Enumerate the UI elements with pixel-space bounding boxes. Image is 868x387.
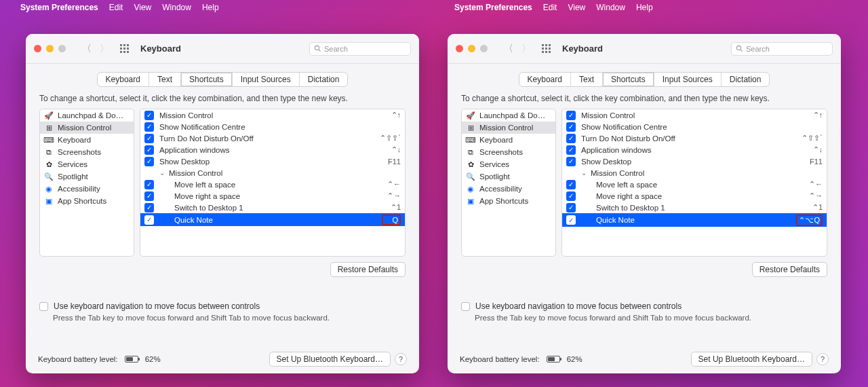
shortcut-list[interactable]: ✓Mission Control⌃↑ ✓Show Notification Ce…: [561, 109, 827, 257]
menu-view[interactable]: View: [568, 3, 585, 12]
shortcut-row[interactable]: ✓Mission Control⌃↑: [562, 109, 827, 121]
menu-edit[interactable]: Edit: [109, 3, 123, 12]
checkbox-icon[interactable]: ✓: [566, 157, 576, 166]
chevron-down-icon[interactable]: ⌄: [159, 169, 165, 177]
shortcut-value[interactable]: ⌃⌥Q: [796, 215, 823, 226]
checkbox-icon[interactable]: ✓: [144, 215, 154, 225]
shortcut-row[interactable]: ✓Application windows⌃↓: [140, 144, 405, 155]
sidebar-item-screenshots[interactable]: ⧉Screenshots: [40, 146, 134, 158]
menu-window[interactable]: Window: [162, 3, 191, 12]
shortcut-row[interactable]: ✓Switch to Desktop 1⌃1: [140, 202, 405, 213]
checkbox-icon[interactable]: ✓: [144, 157, 154, 166]
shortcut-row-quick-note[interactable]: ✓Quick NoteQ: [140, 213, 405, 226]
tab-shortcuts[interactable]: Shortcuts: [603, 73, 654, 86]
menu-edit[interactable]: Edit: [543, 3, 557, 12]
shortcut-row[interactable]: ✓Move right a space⌃→: [562, 190, 827, 202]
app-menu[interactable]: System Preferences: [20, 3, 98, 12]
close-button[interactable]: [456, 45, 463, 52]
back-button[interactable]: 〈: [82, 43, 92, 55]
checkbox-icon[interactable]: ✓: [566, 122, 576, 132]
shortcut-row[interactable]: ✓Move left a space⌃←: [562, 179, 827, 190]
sidebar-item-launchpad[interactable]: 🚀Launchpad & Do…: [40, 109, 134, 122]
tab-text[interactable]: Text: [571, 73, 603, 86]
shortcut-row[interactable]: ✓Switch to Desktop 1⌃1: [562, 202, 827, 213]
app-menu[interactable]: System Preferences: [454, 3, 532, 12]
sidebar-item-accessibility[interactable]: ◉Accessibility: [462, 183, 555, 195]
tab-input-sources[interactable]: Input Sources: [654, 73, 722, 86]
checkbox-icon[interactable]: ✓: [144, 122, 154, 132]
sidebar-item-launchpad[interactable]: 🚀Launchpad & Do…: [462, 109, 555, 122]
tab-text[interactable]: Text: [149, 73, 181, 86]
sidebar-item-app-shortcuts[interactable]: ▣App Shortcuts: [462, 195, 555, 207]
shortcut-list[interactable]: ✓Mission Control⌃↑ ✓Show Notification Ce…: [140, 109, 406, 257]
checkbox-icon[interactable]: ✓: [566, 203, 576, 213]
tab-shortcuts[interactable]: Shortcuts: [181, 73, 233, 86]
chevron-down-icon[interactable]: ⌄: [581, 169, 587, 177]
shortcut-row[interactable]: ✓Application windows⌃↓: [562, 144, 827, 155]
shortcut-row[interactable]: ✓Turn Do Not Disturb On/Off⌃⇧⇪`: [562, 132, 827, 144]
keyboard-nav-checkbox[interactable]: Use keyboard navigation to move focus be…: [39, 301, 406, 311]
category-sidebar[interactable]: 🚀Launchpad & Do… ⊞Mission Control ⌨Keybo…: [39, 109, 134, 257]
restore-defaults-button[interactable]: Restore Defaults: [330, 262, 406, 277]
shortcut-row[interactable]: ✓Turn Do Not Disturb On/Off⌃⇧⇪`: [140, 132, 405, 144]
checkbox-icon[interactable]: ✓: [566, 180, 576, 189]
restore-defaults-button[interactable]: Restore Defaults: [752, 262, 827, 277]
tab-keyboard[interactable]: Keyboard: [98, 73, 149, 86]
checkbox-icon[interactable]: ✓: [566, 134, 576, 143]
sidebar-item-keyboard[interactable]: ⌨Keyboard: [40, 134, 134, 146]
sidebar-item-spotlight[interactable]: 🔍Spotlight: [40, 170, 134, 183]
sidebar-item-keyboard[interactable]: ⌨Keyboard: [462, 134, 555, 146]
help-button[interactable]: ?: [395, 353, 407, 365]
checkbox-icon[interactable]: ✓: [144, 191, 154, 201]
checkbox-icon[interactable]: ✓: [566, 215, 576, 225]
search-field[interactable]: Search: [731, 42, 833, 56]
forward-button[interactable]: 〉: [100, 43, 109, 55]
checkbox-icon[interactable]: [39, 302, 48, 311]
shortcut-row[interactable]: ✓Show Notification Centre: [140, 121, 405, 132]
checkbox-icon[interactable]: ✓: [566, 145, 576, 155]
help-button[interactable]: ?: [816, 353, 829, 365]
show-all-icon[interactable]: [120, 44, 130, 54]
minimize-button[interactable]: [468, 45, 475, 52]
close-button[interactable]: [34, 45, 41, 52]
tab-input-sources[interactable]: Input Sources: [233, 73, 300, 86]
checkbox-icon[interactable]: ✓: [144, 134, 154, 143]
zoom-button[interactable]: [480, 45, 488, 52]
zoom-button[interactable]: [58, 45, 66, 52]
shortcut-row[interactable]: ✓Show Notification Centre: [562, 121, 827, 132]
tab-keyboard[interactable]: Keyboard: [519, 73, 571, 86]
menu-help[interactable]: Help: [202, 3, 219, 12]
menu-help[interactable]: Help: [636, 3, 653, 12]
shortcut-row[interactable]: ✓Move right a space⌃→: [140, 190, 405, 202]
keyboard-nav-checkbox[interactable]: Use keyboard navigation to move focus be…: [461, 301, 827, 311]
checkbox-icon[interactable]: ✓: [144, 145, 154, 155]
menu-window[interactable]: Window: [596, 3, 625, 12]
sidebar-item-mission-control[interactable]: ⊞Mission Control: [462, 122, 555, 134]
shortcut-row-quick-note[interactable]: ✓Quick Note⌃⌥Q: [562, 213, 827, 227]
shortcut-group[interactable]: ✓⌄Mission Control: [140, 167, 405, 179]
minimize-button[interactable]: [46, 45, 54, 52]
bluetooth-keyboard-button[interactable]: Set Up Bluetooth Keyboard…: [691, 352, 812, 367]
shortcut-group[interactable]: ✓⌄Mission Control: [562, 167, 827, 179]
shortcut-row[interactable]: ✓Show DesktopF11: [562, 155, 827, 167]
checkbox-icon[interactable]: ✓: [566, 111, 576, 120]
checkbox-icon[interactable]: ✓: [144, 180, 154, 189]
checkbox-icon[interactable]: ✓: [566, 191, 576, 201]
checkbox-icon[interactable]: ✓: [144, 203, 154, 213]
shortcut-row[interactable]: ✓Show DesktopF11: [140, 155, 405, 167]
checkbox-icon[interactable]: [461, 302, 470, 311]
shortcut-value[interactable]: Q: [382, 215, 401, 225]
forward-button[interactable]: 〉: [521, 43, 531, 55]
sidebar-item-app-shortcuts[interactable]: ▣App Shortcuts: [40, 195, 134, 207]
sidebar-item-accessibility[interactable]: ◉Accessibility: [40, 183, 134, 195]
bluetooth-keyboard-button[interactable]: Set Up Bluetooth Keyboard…: [269, 352, 391, 367]
shortcut-row[interactable]: ✓Move left a space⌃←: [140, 179, 405, 190]
sidebar-item-mission-control[interactable]: ⊞Mission Control: [40, 122, 134, 134]
sidebar-item-screenshots[interactable]: ⧉Screenshots: [462, 146, 555, 158]
back-button[interactable]: 〈: [504, 43, 513, 55]
category-sidebar[interactable]: 🚀Launchpad & Do… ⊞Mission Control ⌨Keybo…: [461, 109, 556, 257]
tab-dictation[interactable]: Dictation: [722, 73, 770, 86]
menu-view[interactable]: View: [134, 3, 151, 12]
search-field[interactable]: Search: [309, 42, 411, 56]
show-all-icon[interactable]: [542, 44, 551, 54]
